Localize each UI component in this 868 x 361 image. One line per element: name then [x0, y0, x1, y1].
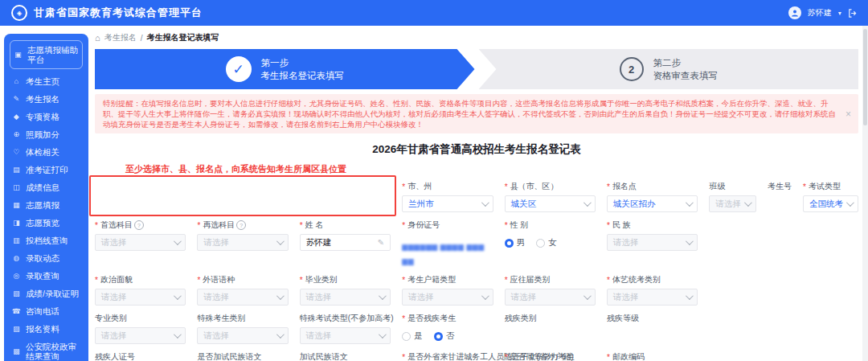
- home-icon[interactable]: ⌂: [95, 33, 100, 43]
- select-placeholder: 请选择: [511, 292, 537, 303]
- sidebar-item-preview[interactable]: ◨志愿预览: [4, 214, 88, 232]
- sidebar-item-score[interactable]: ◫成绩信息: [4, 178, 88, 196]
- radio-option[interactable]: 女: [536, 237, 557, 248]
- select-field[interactable]: 请选择: [300, 327, 391, 344]
- field-label-text: 再选科目: [203, 219, 235, 231]
- sidebar-item-qualification[interactable]: ◆专项资格: [4, 108, 88, 125]
- input-value: 苏怀建: [306, 237, 332, 248]
- sidebar-item-phone[interactable]: ☎咨询电话: [4, 302, 88, 320]
- select-field[interactable]: 请选择: [607, 234, 698, 251]
- select-field[interactable]: 请选择: [197, 234, 288, 251]
- logout-icon[interactable]: [848, 9, 857, 18]
- field-label-text: 考生户籍类型: [407, 274, 456, 285]
- sidebar-item-print[interactable]: ▤准考证打印: [4, 161, 88, 178]
- vertical-scrollbar[interactable]: [862, 26, 868, 361]
- chevron-down-icon[interactable]: ▾: [838, 10, 841, 17]
- step-1-subtitle: 考生报名登记表填写: [261, 71, 345, 80]
- text-input[interactable]: 苏怀建✎: [300, 234, 391, 251]
- platform-icon: ▣: [14, 50, 23, 59]
- form-field: *首选科目?请选择: [95, 219, 186, 267]
- field-label-text: 考生号: [768, 181, 792, 192]
- select-field[interactable]: 请选择: [197, 327, 288, 344]
- sidebar-item-home[interactable]: ⌂考生主页: [4, 72, 88, 90]
- field-label-text: 首选科目: [100, 219, 133, 231]
- field-label-text: 身份证号: [407, 219, 440, 231]
- field-label-text: 应往届类别: [510, 274, 551, 285]
- sidebar-item-police-review[interactable]: ▩公安院校政审结果查询: [4, 338, 88, 361]
- form-field: *身份证号▆▆▆▆▆▆ ▆▆▆▆ ▆▆▆ ▆▆: [402, 219, 493, 267]
- sidebar-item-admission-query[interactable]: ◎录取查询: [4, 267, 88, 285]
- edit-icon[interactable]: ✎: [378, 238, 384, 247]
- field-label-text: 残疾类别: [505, 313, 537, 324]
- form-field: 是否加试民族语文是否: [197, 351, 288, 361]
- required-star: *: [402, 314, 405, 323]
- sidebar-item-admission-status[interactable]: ◍录取动态: [4, 249, 88, 267]
- radio-selected-icon[interactable]: [505, 239, 514, 248]
- user-name[interactable]: 苏怀建: [808, 7, 832, 18]
- help-icon[interactable]: ?: [134, 220, 144, 230]
- location-highlight-box: [89, 175, 396, 216]
- select-placeholder: 请选择: [715, 199, 741, 210]
- select-field[interactable]: 请选择: [505, 289, 596, 306]
- sidebar-item-bonus[interactable]: ⊕照顾加分: [4, 125, 88, 143]
- user-avatar-icon[interactable]: [788, 6, 801, 19]
- select-field[interactable]: 兰州市: [402, 195, 493, 212]
- radio-label: 否: [446, 330, 455, 342]
- chevron-down-icon: [686, 199, 694, 207]
- chevron-down-icon: [174, 237, 182, 245]
- field-label: *外语语种: [197, 274, 288, 285]
- select-field[interactable]: 请选择: [300, 289, 391, 306]
- field-label-text: 市、州: [407, 181, 432, 192]
- form-field: 残疾等级: [607, 313, 698, 344]
- sidebar-item-cutoff-query[interactable]: ▥投档线查询: [4, 232, 88, 249]
- select-field[interactable]: 请选择: [709, 195, 756, 212]
- sidebar-item-register[interactable]: ✎考生报名: [4, 90, 88, 108]
- platform-title: 甘肃省国家教育考试综合管理平台: [34, 6, 203, 20]
- radio-selected-icon[interactable]: [434, 332, 443, 341]
- select-field[interactable]: 城关区招办: [607, 195, 698, 212]
- select-field[interactable]: 请选择: [607, 289, 698, 306]
- required-star: *: [197, 221, 200, 230]
- sidebar-item-material[interactable]: ▨报名资料: [4, 320, 88, 338]
- select-field[interactable]: 请选择: [402, 289, 493, 306]
- form-field: 考生号: [768, 181, 792, 212]
- sidebar-item-label: 考生主页: [26, 76, 59, 86]
- field-label: 专业类别: [95, 313, 186, 324]
- health-icon: ♡: [12, 147, 21, 157]
- select-placeholder: 请选择: [613, 292, 639, 303]
- select-field[interactable]: 全国统考: [803, 195, 858, 212]
- radio-option[interactable]: 否: [434, 330, 455, 342]
- select-placeholder: 请选择: [203, 237, 229, 248]
- masked-value-field[interactable]: ▆▆▆▆▆▆ ▆▆▆▆ ▆▆▆ ▆▆: [402, 234, 493, 267]
- select-field[interactable]: 请选择: [95, 327, 186, 344]
- apply-icon: ▦: [12, 200, 21, 210]
- select-field[interactable]: 请选择: [95, 289, 186, 306]
- sidebar-item-label: 考生报名: [26, 94, 59, 104]
- score-icon: ◫: [12, 183, 21, 192]
- sidebar-item-health[interactable]: ♡体检相关: [4, 143, 88, 161]
- field-label: *性 别: [505, 219, 596, 231]
- sidebar-item-platform[interactable]: ▣志愿填报辅助平台: [10, 40, 83, 69]
- radio-unselected-icon[interactable]: [402, 332, 411, 341]
- sidebar-item-apply[interactable]: ▦志愿填报: [4, 196, 88, 214]
- chevron-down-icon: [379, 292, 387, 300]
- radio-unselected-icon[interactable]: [536, 239, 545, 248]
- close-icon[interactable]: ×: [845, 110, 851, 118]
- select-value: 城关区招办: [613, 199, 656, 210]
- select-placeholder: 请选择: [306, 330, 332, 342]
- chevron-down-icon: [481, 292, 489, 300]
- breadcrumb-parent[interactable]: 考生报名: [104, 32, 137, 43]
- scrollbar-thumb[interactable]: [863, 29, 867, 125]
- sidebar-item-certificate[interactable]: ▧成绩/录取证明: [4, 285, 88, 302]
- select-field[interactable]: 请选择: [95, 234, 186, 251]
- radio-option[interactable]: 男: [505, 237, 526, 248]
- chevron-down-icon: [583, 292, 592, 300]
- select-field[interactable]: 城关区: [505, 195, 596, 212]
- field-label: *身份证号: [402, 219, 493, 231]
- radio-option[interactable]: 是: [402, 330, 423, 342]
- help-icon[interactable]: ?: [236, 220, 246, 230]
- select-field[interactable]: 请选择: [197, 289, 288, 306]
- field-label-text: 政治面貌: [100, 274, 133, 285]
- radio-label: 女: [548, 237, 557, 248]
- chevron-down-icon: [276, 292, 285, 300]
